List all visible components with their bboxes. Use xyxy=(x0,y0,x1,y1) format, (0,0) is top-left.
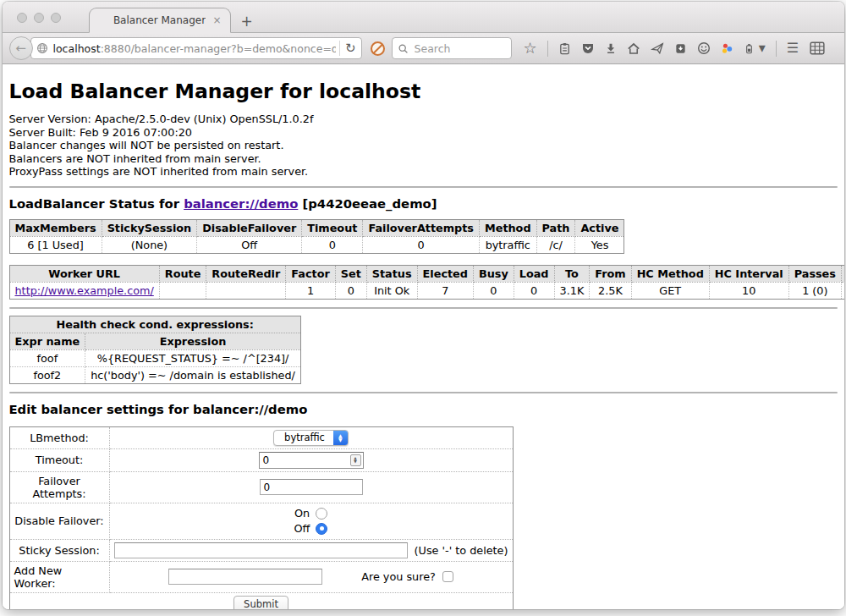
balancer-params-table: MaxMembers StickySession DisableFailover… xyxy=(9,219,625,254)
radio-on-label: On xyxy=(294,506,310,521)
confirm-checkbox[interactable] xyxy=(442,571,453,582)
pocket-icon[interactable] xyxy=(581,41,595,55)
disable-failover-on-radio[interactable] xyxy=(316,508,327,520)
disable-failover-off-radio[interactable] xyxy=(316,523,327,535)
toolbar-icons: ☆ xyxy=(524,41,844,57)
globe-icon xyxy=(36,42,48,54)
sticky-session-note: (Use '-' to delete) xyxy=(415,544,508,557)
search-bar[interactable] xyxy=(392,37,512,59)
edit-settings-heading: Edit balancer settings for balancer://de… xyxy=(9,402,838,416)
tab-title: Balancer Manager xyxy=(113,14,206,26)
window-zoom-button[interactable] xyxy=(51,13,61,23)
spinner-icon[interactable]: ▲▼ xyxy=(350,454,361,466)
note-proxypass: ProxyPass settings are NOT inherited fro… xyxy=(9,165,838,179)
table-row: foof2 hc('body') =~ /domain is establish… xyxy=(9,366,300,383)
reading-list-icon[interactable] xyxy=(558,42,571,55)
send-tab-icon[interactable] xyxy=(651,41,664,55)
sticky-session-label: Sticky Session: xyxy=(9,539,109,561)
worker-url-link[interactable]: http://www.example.com/ xyxy=(15,284,154,297)
timeout-input[interactable]: 0 ▲▼ xyxy=(259,452,364,469)
disable-failover-label: Disable Failover: xyxy=(9,503,109,539)
chevron-down-icon[interactable]: ▾ xyxy=(759,41,766,55)
battery-icon[interactable] xyxy=(744,42,755,55)
failover-attempts-label: Failover Attempts: xyxy=(9,471,109,503)
content-blocked-icon[interactable] xyxy=(371,41,385,56)
edit-settings-form: LBmethod: bytraffic ▲▼ Timeout: 0 ▲▼ xyxy=(9,426,514,609)
server-built: Server Built: Feb 9 2016 07:00:20 xyxy=(9,126,838,140)
sidebar-grid-icon[interactable] xyxy=(810,41,825,56)
form-row-add-worker: Add New Worker: Are you sure? xyxy=(9,561,513,592)
sticky-session-input[interactable] xyxy=(114,542,408,558)
table-row: 6 [1 Used] (None) Off 0 0 bytraffic /c/ … xyxy=(9,236,624,253)
status-heading: LoadBalancer Status for balancer://demo … xyxy=(9,196,838,211)
note-inherit: Balancers are NOT inherited from main se… xyxy=(9,152,838,166)
page-title: Load Balancer Manager for localhost xyxy=(9,80,838,103)
window-minimize-button[interactable] xyxy=(34,13,44,23)
balancer-demo-link[interactable]: balancer://demo xyxy=(184,196,298,211)
server-info: Server Version: Apache/2.5.0-dev (Unix) … xyxy=(9,113,838,179)
radio-off-label: Off xyxy=(294,521,310,536)
divider xyxy=(9,392,838,393)
back-button[interactable]: ← xyxy=(9,36,33,60)
menu-icon[interactable]: ☰ xyxy=(787,41,799,55)
lbmethod-label: LBmethod: xyxy=(9,426,109,448)
url-text[interactable]: localhost:8880/balancer-manager?b=demo&n… xyxy=(53,42,336,55)
select-stepper-icon: ▲▼ xyxy=(333,430,348,446)
form-row-timeout: Timeout: 0 ▲▼ xyxy=(9,448,513,471)
failover-attempts-input[interactable]: 0 xyxy=(260,479,363,495)
table-header-row: Expr name Expression xyxy=(9,333,300,349)
table-header-row: MaxMembers StickySession DisableFailover… xyxy=(9,219,624,236)
downloads-icon[interactable] xyxy=(605,42,617,54)
add-worker-input[interactable] xyxy=(168,569,322,585)
browser-window: Balancer Manager × + ← localhost:8880/ba… xyxy=(3,2,844,609)
new-tab-button[interactable]: + xyxy=(241,14,253,29)
colored-dots-icon[interactable] xyxy=(721,42,733,55)
form-row-submit: Submit xyxy=(9,592,513,609)
add-worker-label: Add New Worker: xyxy=(9,561,109,592)
table-title-row: Health check cond. expressions: xyxy=(9,316,300,333)
workers-table: Worker URL Route RouteRedir Factor Set S… xyxy=(9,265,844,300)
lbmethod-select[interactable]: bytraffic ▲▼ xyxy=(273,430,349,446)
submit-button[interactable]: Submit xyxy=(233,596,288,609)
home-icon[interactable] xyxy=(627,41,640,55)
search-input[interactable] xyxy=(413,41,506,56)
divider xyxy=(9,186,838,188)
confirm-label: Are you sure? xyxy=(361,570,436,583)
tab-balancer-manager[interactable]: Balancer Manager × xyxy=(89,8,231,33)
save-to-device-icon[interactable] xyxy=(674,42,687,55)
table-header-row: Worker URL Route RouteRedir Factor Set S… xyxy=(9,265,844,282)
search-icon xyxy=(398,43,409,54)
feedback-smiley-icon[interactable] xyxy=(697,41,711,55)
page-content: Load Balancer Manager for localhost Serv… xyxy=(3,64,844,609)
divider xyxy=(9,307,838,309)
timeout-label: Timeout: xyxy=(9,448,109,471)
form-row-disable-failover: Disable Failover: On Off xyxy=(9,503,513,539)
navigation-toolbar: ← localhost:8880/balancer-manager?b=demo… xyxy=(3,33,844,64)
url-bar[interactable]: localhost:8880/balancer-manager?b=demo&n… xyxy=(30,37,362,59)
table-row: foof %{REQUEST_STATUS} =~ /^[234]/ xyxy=(9,349,300,366)
note-persist: Balancer changes will NOT be persisted o… xyxy=(9,139,838,152)
form-row-sticky-session: Sticky Session: (Use '-' to delete) xyxy=(9,539,513,561)
reload-icon[interactable]: ↻ xyxy=(343,42,358,55)
bookmark-star-icon[interactable]: ☆ xyxy=(524,41,537,55)
server-version: Server Version: Apache/2.5.0-dev (Unix) … xyxy=(9,113,838,126)
worker-row: http://www.example.com/ 1 0 Init Ok 7 0 … xyxy=(9,282,844,299)
titlebar: Balancer Manager × + xyxy=(3,2,844,33)
window-close-button[interactable] xyxy=(17,13,27,23)
form-row-lbmethod: LBmethod: bytraffic ▲▼ xyxy=(9,426,513,448)
window-controls[interactable] xyxy=(17,13,61,23)
form-row-failover-attempts: Failover Attempts: 0 xyxy=(9,471,513,503)
health-check-table: Health check cond. expressions: Expr nam… xyxy=(9,316,301,384)
tab-close-icon[interactable]: × xyxy=(212,14,221,26)
